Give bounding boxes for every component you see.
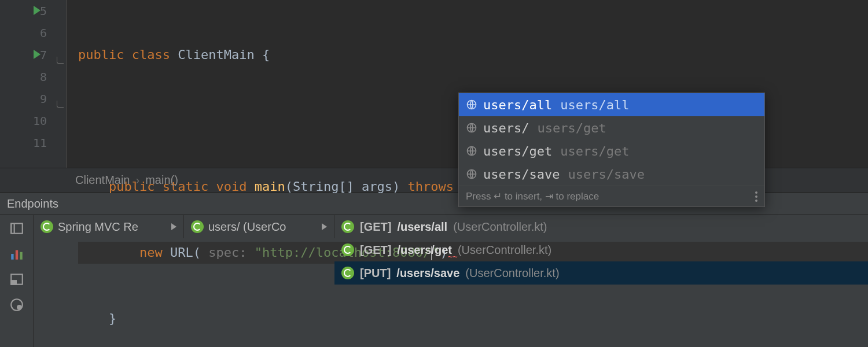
fold-handle-icon[interactable] [57, 101, 64, 108]
method-name: main [255, 179, 285, 194]
completion-hint: users/save [568, 167, 644, 182]
line-number: 11 [33, 136, 47, 150]
nav-crumb-label: Spring MVC Re [58, 220, 167, 234]
bean-icon[interactable] [9, 297, 25, 312]
endpoints-list: [GET] /users/all (UserController.kt) [GE… [334, 215, 868, 238]
endpoints-nav: Spring MVC Re users/ (UserCo [GET] /user… [34, 215, 868, 238]
layout-icon[interactable] [9, 221, 25, 236]
completion-hint: users/get [537, 121, 606, 135]
breadcrumb-item[interactable]: ClientMain [75, 174, 130, 187]
line-number: 5 [40, 4, 47, 18]
line-number: 7 [40, 48, 47, 62]
chevron-right-icon [171, 223, 176, 230]
svg-rect-0 [11, 223, 23, 233]
endpoint-row[interactable]: [PUT] /users/save (UserController.kt) [334, 261, 868, 285]
params: (String[] args) [285, 179, 400, 194]
endpoint-path: /users/get [397, 243, 451, 257]
line-number-gutter: 5 6 7 8 9 10 11 [0, 0, 55, 168]
globe-icon [466, 99, 477, 110]
brace: { [255, 47, 270, 62]
svg-rect-3 [11, 254, 13, 260]
globe-icon [466, 122, 477, 134]
endpoint-path: /users/save [396, 267, 459, 280]
svg-rect-5 [20, 252, 22, 260]
endpoint-row[interactable]: [GET] /users/get (UserController.kt) [334, 238, 868, 261]
svg-rect-7 [11, 280, 16, 285]
endpoint-path: /users/all [397, 220, 447, 234]
run-gutter-icon[interactable] [34, 6, 41, 15]
completion-text: users/get [483, 144, 552, 158]
nav-crumb-controller[interactable]: Spring MVC Re [34, 215, 184, 238]
fold-column[interactable] [55, 0, 67, 168]
line-number: 6 [40, 26, 47, 40]
svg-point-9 [17, 305, 22, 310]
line-number: 9 [40, 92, 47, 106]
line-number: 10 [33, 114, 47, 128]
breadcrumb-separator-icon: › [135, 174, 139, 187]
endpoints-tool-column [0, 215, 34, 347]
svg-rect-4 [15, 250, 17, 260]
panel-title-label: Endpoints [7, 197, 58, 211]
completion-item[interactable]: users/save users/save [459, 163, 764, 186]
completion-text: users/all [483, 98, 552, 112]
completion-footer-text: Press ↵ to insert, ⇥ to replace [466, 190, 599, 202]
chart-icon[interactable] [9, 246, 25, 261]
class-name: ClientMain [178, 47, 254, 62]
completion-footer: Press ↵ to insert, ⇥ to replace [459, 186, 764, 206]
spring-icon [191, 220, 204, 233]
spring-icon [41, 220, 53, 233]
endpoint-source: (UserController.kt) [458, 243, 551, 257]
breadcrumb-item[interactable]: main() [145, 174, 178, 187]
line-number: 8 [40, 70, 47, 84]
endpoint-source: (UserController.kt) [453, 220, 547, 234]
code-completion-popup[interactable]: users/all users/all users/ users/get use… [458, 93, 765, 207]
endpoint-row[interactable]: [GET] /users/all (UserController.kt) [334, 215, 868, 238]
keyword: void [216, 179, 247, 194]
spring-icon [341, 267, 354, 279]
run-gutter-icon[interactable] [34, 50, 41, 59]
http-method-label: [GET] [360, 243, 391, 257]
completion-item[interactable]: users/ users/get [459, 116, 764, 139]
http-method-label: [GET] [360, 220, 391, 234]
completion-hint: users/all [560, 98, 629, 112]
panel-icon[interactable] [9, 272, 25, 287]
keyword: throws [408, 179, 454, 194]
keyword: public [78, 47, 124, 62]
endpoint-source: (UserController.kt) [465, 267, 559, 280]
completion-hint: users/get [560, 144, 629, 158]
completion-item[interactable]: users/get users/get [459, 139, 764, 163]
fold-handle-icon[interactable] [57, 57, 64, 64]
nav-crumb-path[interactable]: users/ (UserCo [184, 215, 334, 238]
spring-icon [341, 243, 354, 256]
spring-icon [341, 220, 354, 233]
http-method-label: [PUT] [360, 267, 391, 280]
globe-icon [466, 145, 477, 157]
globe-icon [466, 168, 477, 180]
chevron-right-icon [322, 223, 327, 230]
keyword: class [132, 47, 170, 62]
endpoints-panel: Spring MVC Re users/ (UserCo [GET] /user… [0, 215, 868, 347]
completion-item[interactable]: users/all users/all [459, 93, 764, 116]
completion-text: users/ [483, 121, 529, 135]
more-options-icon[interactable] [755, 191, 757, 202]
completion-text: users/save [483, 167, 560, 182]
nav-crumb-label: users/ (UserCo [208, 220, 317, 234]
